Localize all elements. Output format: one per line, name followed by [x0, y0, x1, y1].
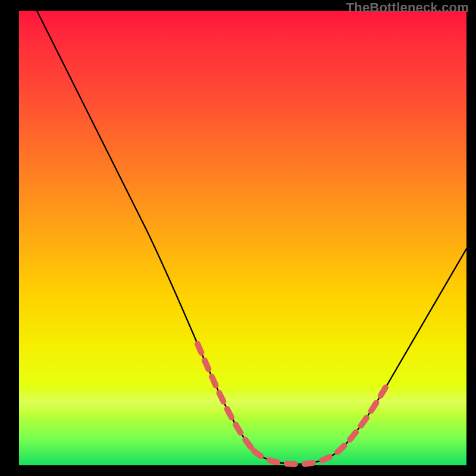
bottleneck-curve	[37, 11, 466, 464]
dash-valley-floor	[254, 451, 337, 464]
outer-frame: TheBottleneck.com	[0, 0, 476, 476]
dash-right-flank	[337, 383, 388, 452]
plot-area	[19, 11, 466, 465]
watermark-text: TheBottleneck.com	[346, 0, 469, 15]
curve-svg	[19, 11, 466, 465]
dash-left-flank	[198, 344, 254, 451]
